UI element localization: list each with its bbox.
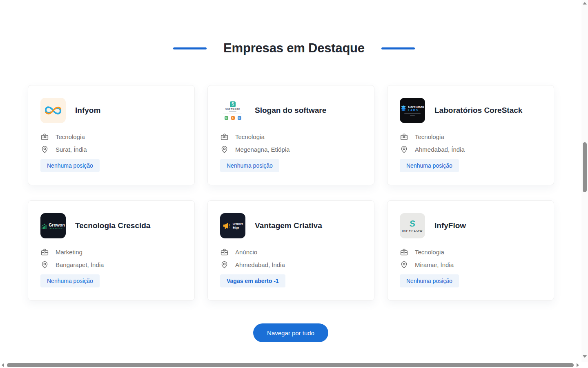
megaphone-icon (223, 222, 231, 229)
card-details: Tecnologia Ahmedabad, Índia (400, 132, 541, 154)
briefcase-icon (220, 132, 229, 141)
horizontal-scrollbar-thumb[interactable] (7, 363, 574, 367)
vertical-scrollbar-thumb[interactable] (583, 142, 587, 192)
scroll-left-arrow-icon[interactable] (2, 363, 4, 367)
location-label: Miramar, Índia (415, 261, 454, 268)
location-label: Ahmedabad, Índia (415, 146, 465, 153)
scroll-down-arrow-icon[interactable] (583, 355, 587, 358)
briefcase-icon (40, 132, 49, 141)
software-slogan-logo: S SOFTWARE S S S (220, 98, 245, 123)
category-row: Anúncio (220, 248, 362, 256)
creative-edge-logo: Creative Edge (220, 213, 245, 238)
card-header: Creative Edge Vantagem Criativa (220, 213, 362, 238)
card-header: S INFYFLOW InfyFlow (400, 213, 541, 238)
infinity-icon (44, 105, 62, 116)
growon-logo-row: Growon TECHNOLOGY (41, 222, 65, 229)
browse-all-button[interactable]: Navegar por tudo (253, 323, 328, 342)
creative-edge-logo-line1: Creative (233, 222, 243, 226)
company-card-slogan-do-software[interactable]: S SOFTWARE S S S Slogan do software Tecn… (207, 85, 374, 185)
growon-logo-texts: Growon TECHNOLOGY (49, 222, 65, 229)
category-label: Tecnologia (235, 133, 265, 140)
growth-chart-icon (41, 223, 47, 229)
briefcase-icon (400, 248, 408, 256)
stack-icon (401, 105, 406, 112)
positions-badge: Nenhuma posição (400, 159, 459, 172)
software-logo-wordmark: SOFTWARE (225, 108, 240, 110)
location-pin-icon (400, 260, 408, 269)
briefcase-icon (400, 132, 408, 141)
category-label: Tecnologia (415, 133, 444, 140)
corestack-logo-smalltext (410, 115, 415, 116)
creative-edge-logo-row: Creative Edge (223, 222, 243, 230)
category-label: Tecnologia (56, 133, 85, 140)
location-row: Miramar, Índia (400, 260, 541, 269)
card-header: Growon TECHNOLOGY Tecnologia Crescida (40, 213, 182, 238)
location-label: Bangarapet, Índia (56, 261, 104, 268)
company-card-tecnologia-crescida[interactable]: Growon TECHNOLOGY Tecnologia Crescida Ma… (28, 200, 195, 301)
positions-badge: Nenhuma posição (220, 159, 279, 172)
software-logo-divider (223, 114, 242, 114)
software-logo-tile-green: S (225, 116, 228, 120)
company-name[interactable]: Vantagem Criativa (255, 221, 322, 230)
growon-logo-subtitle: TECHNOLOGY (49, 228, 65, 229)
category-row: Tecnologia (400, 248, 541, 256)
location-pin-icon (220, 260, 229, 269)
company-name[interactable]: Laboratórios CoreStack (434, 106, 522, 115)
title-decoration-line-left (173, 47, 207, 49)
software-logo-glyph: S (230, 101, 236, 107)
company-name[interactable]: InfyFlow (434, 221, 466, 230)
card-details: Marketing Bangarapet, Índia (40, 248, 182, 269)
page-title: Empresas em Destaque (223, 41, 365, 56)
location-label: Ahmedabad, Índia (235, 261, 285, 268)
infyflow-logo: S INFYFLOW (400, 213, 425, 238)
corestack-logo-texts: CoreStack LABS (408, 105, 424, 112)
location-pin-icon (40, 260, 49, 269)
location-row: Bangarapet, Índia (40, 260, 182, 269)
horizontal-scrollbar[interactable] (0, 362, 581, 368)
scroll-up-arrow-icon[interactable] (583, 2, 587, 4)
corestack-logo-smalltext (404, 113, 421, 114)
creative-edge-logo-line2: Edge (233, 226, 243, 229)
category-row: Tecnologia (40, 132, 182, 141)
card-details: Tecnologia Megenagna, Etiópia (220, 132, 362, 154)
location-pin-icon (40, 145, 49, 154)
category-label: Tecnologia (415, 249, 444, 256)
company-card-vantagem-criativa[interactable]: Creative Edge Vantagem Criativa Anúncio … (207, 200, 374, 301)
section-heading: Empresas em Destaque (0, 0, 588, 56)
corestack-logo-subtitle: LABS (408, 109, 424, 112)
category-row: Tecnologia (400, 132, 541, 141)
card-header: CoreStack LABS Laboratórios CoreStack (400, 98, 541, 123)
card-details: Tecnologia Surat, Índia (40, 132, 182, 154)
company-card-corestack-labs[interactable]: CoreStack LABS Laboratórios CoreStack Te… (387, 85, 554, 185)
location-label: Surat, Índia (56, 146, 87, 153)
company-card-infyflow[interactable]: S INFYFLOW InfyFlow Tecnologia Miramar, … (387, 200, 554, 301)
company-cards-grid: Infyom Tecnologia Surat, Índia Nenhuma p… (28, 85, 554, 301)
company-name[interactable]: Tecnologia Crescida (75, 221, 150, 230)
infyflow-logo-glyph: S (409, 219, 416, 228)
corestack-logo: CoreStack LABS (400, 98, 425, 123)
title-decoration-line-right (381, 47, 415, 49)
positions-badge: Nenhuma posição (40, 274, 100, 287)
card-header: S SOFTWARE S S S Slogan do software (220, 98, 362, 123)
vertical-scrollbar[interactable] (581, 0, 588, 362)
company-card-infyom[interactable]: Infyom Tecnologia Surat, Índia Nenhuma p… (28, 85, 195, 185)
company-name[interactable]: Slogan do software (255, 106, 326, 115)
growon-logo: Growon TECHNOLOGY (40, 213, 66, 238)
card-details: Tecnologia Miramar, Índia (400, 248, 541, 269)
location-pin-icon (400, 145, 408, 154)
corestack-logo-title: CoreStack (408, 105, 424, 109)
software-logo-tagline (229, 111, 236, 112)
positions-badge: Nenhuma posição (400, 274, 459, 287)
positions-badge: Vagas em aberto -1 (220, 274, 285, 287)
scroll-right-arrow-icon[interactable] (577, 363, 579, 367)
software-logo-tile-orange: S (231, 116, 235, 120)
infyflow-logo-wordmark: INFYFLOW (402, 229, 423, 233)
location-row: Ahmedabad, Índia (400, 145, 541, 154)
company-name[interactable]: Infyom (75, 106, 100, 115)
software-logo-tile-blue: S (238, 116, 241, 120)
card-details: Anúncio Ahmedabad, Índia (220, 248, 362, 269)
category-label: Marketing (56, 249, 82, 256)
category-row: Marketing (40, 248, 182, 256)
corestack-logo-row: CoreStack LABS (401, 105, 424, 112)
briefcase-icon (220, 248, 229, 256)
